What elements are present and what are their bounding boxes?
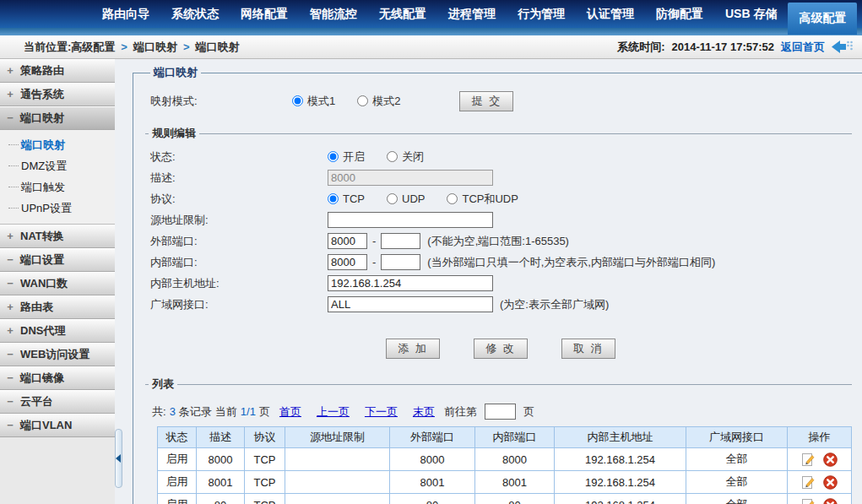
nav-item-router-wizard[interactable]: 路由向导 [91,0,160,28]
dash-icon: − [0,395,20,408]
tree-twig [8,208,19,209]
protocol-tcp-radio[interactable] [328,193,339,204]
protocol-udp-radio[interactable] [387,193,398,204]
sidebar-item-routing-table[interactable]: + 路由表 [0,295,115,319]
status-off-radio[interactable] [387,151,398,162]
port-mapping-submenu: 端口映射 DMZ设置 端口触发 UPnP设置 [0,130,115,225]
internal-port-from-input[interactable] [328,254,367,270]
delete-cross-icon[interactable] [823,475,838,490]
description-input[interactable] [328,170,493,186]
external-port-from-input[interactable] [328,233,367,249]
expand-icon: + [0,88,20,100]
protocol-udp-option[interactable]: UDP [387,192,425,205]
source-limit-label: 源地址限制: [150,213,328,228]
protocol-tcpudp-option[interactable]: TCP和UDP [447,192,518,207]
rule-editor-section: 规则编辑 状态: 开启 关闭 描述: [145,126,852,362]
nav-item-advanced-config[interactable]: 高级配置 [788,3,857,35]
nav-item-process-mgmt[interactable]: 进程管理 [437,0,507,28]
records-label: 条记录 [179,404,212,420]
add-button[interactable]: 添 加 [386,339,440,359]
nav-item-smart-qos[interactable]: 智能流控 [299,0,368,28]
nav-item-defense-config[interactable]: 防御配置 [645,0,714,28]
collapse-arrow-icon [116,454,122,463]
delete-cross-icon[interactable] [823,498,838,504]
status-on-option[interactable]: 开启 [328,149,365,165]
sidebar-item-wan-count[interactable]: − WAN口数 [0,272,115,295]
nav-item-network-config[interactable]: 网络配置 [230,0,299,28]
breadcrumb-item: 端口映射 [196,40,240,55]
header-internal-port: 内部端口 [475,427,555,448]
internal-port-label: 内部端口: [150,255,328,270]
sidebar-item-cloud-platform[interactable]: − 云平台 [0,390,115,414]
external-port-to-input[interactable] [381,233,420,249]
sidebar-item-policy-routing[interactable]: + 策略路由 [0,59,115,83]
nav-item-wireless-config[interactable]: 无线配置 [368,0,437,28]
port-mapping-panel: 端口映射 映射模式: 模式1 模式2 提 交 规则编辑 状态: [133,65,862,504]
nav-item-system-maintenance[interactable]: 系统维护 [857,0,862,28]
return-home-link[interactable]: 返回首页 [781,40,825,55]
mode2-radio-option[interactable]: 模式2 [357,94,400,109]
sidebar-item-port-vlan[interactable]: − 端口VLAN [0,414,115,437]
nav-item-behavior-mgmt[interactable]: 行为管理 [507,0,576,28]
submit-button[interactable]: 提 交 [459,91,513,111]
sidebar-item-port-mapping[interactable]: − 端口映射 [0,106,115,130]
nav-item-usb-storage[interactable]: USB 存储 [714,0,788,28]
edit-pencil-icon[interactable] [801,453,815,467]
goto-prefix: 前往第 [444,404,477,420]
status-on-radio[interactable] [328,151,339,162]
breadcrumb-separator: > [183,41,190,53]
protocol-tcp-option[interactable]: TCP [328,192,365,205]
goto-page-input[interactable] [485,404,516,420]
wan-interface-hint: (为空:表示全部广域网) [500,297,609,312]
table-row: 启用 8000 TCP 8000 8000 192.168.1.254 全部 [158,448,852,471]
external-port-row: 外部端口: - (不能为空,端口范围:1-65535) [150,230,852,252]
next-page-link[interactable]: 下一页 [365,404,398,420]
internal-port-to-input[interactable] [381,254,420,270]
left-arrow-icon[interactable] [832,40,854,54]
cancel-button[interactable]: 取 消 [561,339,615,359]
sidebar-item-dns-proxy[interactable]: + DNS代理 [0,319,115,343]
status-off-option[interactable]: 关闭 [387,149,424,165]
sidebar-collapse-handle[interactable] [115,429,122,488]
first-page-link[interactable]: 首页 [279,404,301,420]
breadcrumb-bar: 当前位置: 高级配置 > 端口映射 > 端口映射 系统时间: 2014-11-1… [0,35,862,59]
mode1-radio[interactable] [292,95,303,106]
range-dash: - [372,256,376,268]
last-page-link[interactable]: 末页 [413,404,435,420]
dash-icon: − [0,348,20,360]
mode1-radio-option[interactable]: 模式1 [292,94,335,109]
rule-editor-title: 规则编辑 [149,126,199,141]
system-time-value: 2014-11-17 17:57:52 [672,41,774,53]
wan-interface-input[interactable] [328,296,493,312]
protocol-tcpudp-radio[interactable] [447,193,458,204]
current-page: 1/1 [241,405,256,418]
sidebar-subitem-dmz[interactable]: DMZ设置 [0,155,115,176]
action-buttons-row: 添 加 修 改 取 消 [386,339,852,359]
sidebar-item-nat[interactable]: + NAT转换 [0,225,115,248]
dash-icon: − [0,253,20,266]
nav-item-auth-mgmt[interactable]: 认证管理 [576,0,645,28]
header-external-port: 外部端口 [390,427,475,448]
sidebar-item-port-mirror[interactable]: − 端口镜像 [0,366,115,390]
collapse-icon: − [0,111,20,124]
expand-icon: + [0,64,20,77]
edit-pencil-icon[interactable] [801,475,815,490]
expand-icon: + [0,230,20,242]
pagination: 共:3 条记录 当前 1/1页 首页 上一页 下一页 末页 前往第 页 [152,404,852,420]
sidebar-item-web-access[interactable]: − WEB访问设置 [0,343,115,366]
modify-button[interactable]: 修 改 [474,339,528,359]
edit-pencil-icon[interactable] [801,498,815,504]
sidebar-subitem-upnp[interactable]: UPnP设置 [0,198,115,219]
sidebar-item-port-settings[interactable]: − 端口设置 [0,248,115,272]
nav-item-system-status[interactable]: 系统状态 [160,0,230,28]
delete-cross-icon[interactable] [823,453,838,467]
sidebar-subitem-port-mapping[interactable]: 端口映射 [0,134,115,155]
internal-host-input[interactable] [328,275,493,291]
mode2-radio[interactable] [357,95,368,106]
sidebar-item-notice-system[interactable]: + 通告系统 [0,83,115,106]
sidebar-subitem-port-trigger[interactable]: 端口触发 [0,176,115,198]
source-limit-input[interactable] [328,212,493,228]
internal-host-label: 内部主机地址: [150,276,328,291]
prev-page-link[interactable]: 上一页 [317,404,350,420]
list-title: 列表 [149,377,177,392]
